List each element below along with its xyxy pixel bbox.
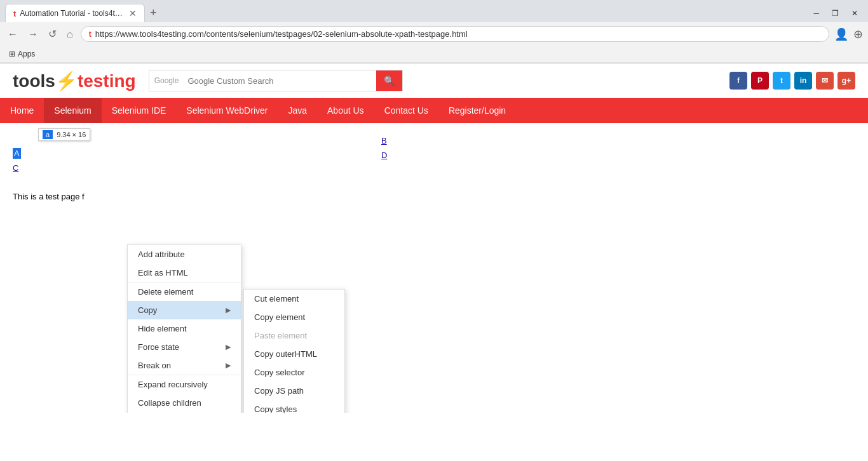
address-bar: ← → ↺ ⌂ t https://www.tools4testing.com/…: [0, 22, 868, 46]
submenu-copy-js-path[interactable]: Copy JS path: [244, 382, 344, 400]
twitter-icon[interactable]: t: [773, 72, 790, 90]
submenu-copy-element[interactable]: Copy element: [244, 308, 344, 326]
nav-item-selenium[interactable]: Selenium: [44, 98, 101, 123]
apps-grid-icon: ⊞: [9, 50, 15, 58]
back-button[interactable]: ←: [5, 27, 20, 41]
nav-item-selenium-webdriver[interactable]: Selenium WebDriver: [176, 98, 278, 123]
main-nav: Home Selenium Selenium IDE Selenium WebD…: [0, 98, 868, 123]
site-logo: tools⚡testing: [13, 70, 136, 91]
browser-tab[interactable]: t Automation Tutorial - tools4testi ✕: [5, 4, 145, 22]
context-menu-edit-html[interactable]: Edit as HTML: [128, 264, 241, 282]
url-text: https://www.tools4testing.com/contents/s…: [95, 29, 821, 39]
context-menu-add-attribute[interactable]: Add attribute: [128, 245, 241, 264]
context-menu-delete-element[interactable]: Delete element: [128, 282, 241, 301]
nav-item-home[interactable]: Home: [0, 98, 44, 123]
linkedin-icon[interactable]: in: [794, 72, 812, 90]
tab-favicon: t: [13, 9, 16, 18]
url-favicon: t: [89, 30, 92, 39]
facebook-icon[interactable]: f: [729, 72, 747, 90]
context-menu-expand-recursively[interactable]: Expand recursively: [128, 375, 241, 394]
apps-button[interactable]: ⊞ Apps: [5, 48, 39, 60]
apps-label: Apps: [18, 50, 35, 58]
nav-item-java[interactable]: Java: [278, 98, 317, 123]
context-menu-scroll-into-view[interactable]: Scroll into view: [128, 412, 241, 413]
forward-button[interactable]: →: [25, 27, 41, 41]
nav-item-selenium-ide[interactable]: Selenium IDE: [102, 98, 177, 123]
url-bar[interactable]: t https://www.tools4testing.com/contents…: [81, 26, 829, 42]
nav-item-contact-us[interactable]: Contact Us: [374, 98, 438, 123]
new-tab-button[interactable]: +: [145, 4, 162, 22]
browser-chrome: t Automation Tutorial - tools4testi ✕ + …: [0, 0, 868, 63]
copy-submenu: Cut element Copy element Paste element C…: [243, 289, 345, 413]
submenu-copy-selector[interactable]: Copy selector: [244, 363, 344, 382]
minimize-button[interactable]: ─: [808, 8, 824, 19]
close-button[interactable]: ✕: [846, 8, 863, 19]
page-link-b[interactable]: B: [381, 136, 387, 145]
submenu-paste-element[interactable]: Paste element: [244, 326, 344, 345]
site-header: tools⚡testing Google 🔍 f P t in ✉ g+: [0, 63, 868, 98]
profile-button[interactable]: 👤: [834, 27, 848, 41]
home-button[interactable]: ⌂: [64, 27, 76, 41]
context-menu-force-state[interactable]: Force state ▶: [128, 338, 241, 356]
submenu-cut-element[interactable]: Cut element: [244, 290, 344, 308]
tab-title: Automation Tutorial - tools4testi: [20, 9, 125, 18]
refresh-button[interactable]: ↺: [46, 27, 59, 41]
logo-bolt-icon: ⚡: [55, 71, 78, 91]
nav-item-register-login[interactable]: Register/Login: [438, 98, 516, 123]
context-menu-hide-element[interactable]: Hide element: [128, 319, 241, 338]
email-icon[interactable]: ✉: [816, 72, 834, 90]
search-input[interactable]: [184, 72, 376, 90]
context-menu: Add attribute Edit as HTML Delete elemen…: [127, 244, 241, 413]
maximize-button[interactable]: ❐: [827, 8, 844, 19]
page-body-text: This is a test page f: [13, 192, 855, 201]
google-label: Google: [149, 72, 184, 89]
tab-close-button[interactable]: ✕: [129, 8, 137, 18]
submenu-copy-outerhtml[interactable]: Copy outerHTML: [244, 345, 344, 363]
context-menu-copy[interactable]: Copy ▶: [128, 301, 241, 319]
page-link-c[interactable]: C: [13, 163, 843, 173]
logo-tools-text: tools: [13, 71, 55, 91]
nav-item-about-us[interactable]: About Us: [317, 98, 374, 123]
submenu-copy-styles[interactable]: Copy styles: [244, 400, 344, 413]
logo-testing-text: testing: [78, 71, 136, 91]
tooltip-size: 9.34 × 16: [57, 131, 86, 138]
search-button[interactable]: 🔍: [376, 70, 402, 91]
search-wrapper: Google 🔍: [149, 70, 403, 91]
extensions-button[interactable]: ⊕: [853, 27, 863, 41]
window-controls: ─ ❐ ✕: [808, 8, 863, 19]
tooltip-tag: a: [43, 130, 53, 139]
page-content: a 9.34 × 16 A C B D This is a test page …: [0, 123, 868, 218]
context-menu-break-on[interactable]: Break on ▶: [128, 356, 241, 375]
pinterest-icon[interactable]: P: [751, 72, 769, 90]
page-link-d[interactable]: D: [381, 150, 387, 160]
social-icons: f P t in ✉ g+: [729, 72, 855, 90]
google-plus-icon[interactable]: g+: [837, 72, 855, 90]
title-bar: t Automation Tutorial - tools4testi ✕ + …: [0, 0, 868, 22]
page-link-a[interactable]: A: [13, 148, 21, 159]
element-tooltip: a 9.34 × 16: [38, 128, 90, 141]
context-menu-collapse-children[interactable]: Collapse children: [128, 394, 241, 412]
bookmarks-bar: ⊞ Apps: [0, 46, 868, 63]
